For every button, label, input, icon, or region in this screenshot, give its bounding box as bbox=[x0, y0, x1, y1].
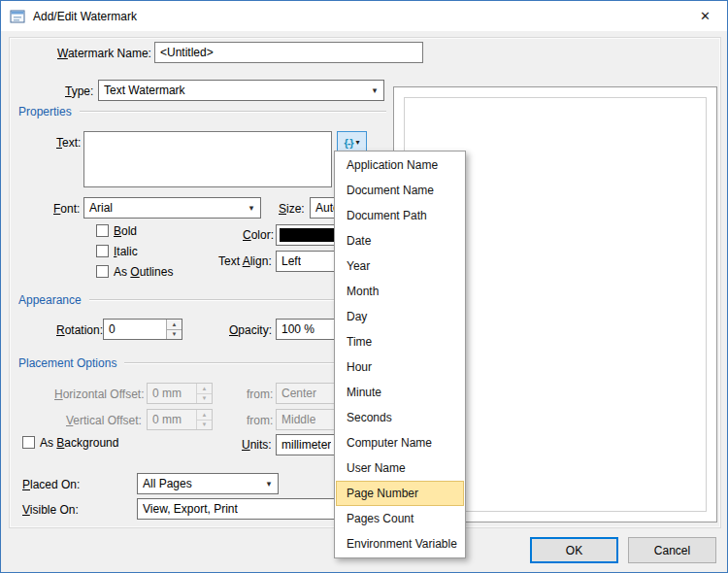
placed-on-select[interactable]: All Pages ▾ bbox=[137, 473, 279, 494]
spin-down-button: ▼ bbox=[197, 394, 212, 404]
size-label: Size: bbox=[279, 202, 305, 216]
horizontal-offset-value: 0 mm bbox=[148, 384, 196, 403]
menu-item-environment-variable[interactable]: Environment Variable bbox=[336, 531, 464, 556]
add-edit-watermark-dialog: Add/Edit Watermark ✕ Watermark Name: Typ… bbox=[0, 0, 728, 573]
chevron-down-icon: ▾ bbox=[261, 475, 277, 492]
close-icon[interactable]: ✕ bbox=[683, 1, 727, 31]
chevron-down-icon: ▾ bbox=[356, 138, 360, 147]
horizontal-offset-spinner: 0 mm ▲ ▼ bbox=[147, 383, 213, 404]
vertical-offset-label: Vertical Offset: bbox=[66, 414, 142, 427]
units-label: Units: bbox=[242, 438, 272, 452]
text-align-value: Left bbox=[281, 254, 301, 268]
menu-item-day[interactable]: Day bbox=[336, 304, 464, 329]
as-outlines-checkbox[interactable] bbox=[96, 265, 109, 278]
bold-checkbox[interactable] bbox=[96, 224, 109, 237]
visible-on-value: View, Export, Print bbox=[143, 502, 238, 516]
spin-down-button[interactable]: ▼ bbox=[167, 330, 182, 340]
properties-section-header: Properties bbox=[18, 105, 386, 118]
appearance-section-header: Appearance bbox=[18, 293, 386, 307]
opacity-label: Opacity: bbox=[229, 323, 272, 337]
window-title: Add/Edit Watermark bbox=[33, 10, 137, 23]
as-outlines-label: As Outlines bbox=[114, 265, 173, 279]
opacity-value: 100 % bbox=[281, 322, 314, 336]
properties-header-text: Properties bbox=[18, 105, 72, 118]
menu-item-document-name[interactable]: Document Name bbox=[336, 178, 464, 203]
placed-on-label: Placed On: bbox=[22, 478, 80, 491]
macro-braces-icon: {-} bbox=[344, 137, 352, 149]
from-horizontal-value: Center bbox=[281, 387, 316, 400]
placement-header-text: Placement Options bbox=[18, 356, 116, 370]
placed-on-value: All Pages bbox=[143, 477, 192, 490]
menu-item-year[interactable]: Year bbox=[336, 253, 464, 279]
spin-up-button: ▲ bbox=[197, 384, 212, 394]
chevron-down-icon: ▾ bbox=[367, 82, 382, 99]
placement-section-header: Placement Options bbox=[18, 356, 386, 370]
italic-checkbox[interactable] bbox=[96, 245, 109, 257]
section-rule bbox=[80, 111, 386, 113]
visible-on-label: Visible On: bbox=[22, 503, 79, 517]
as-background-label: As Background bbox=[40, 436, 118, 450]
from-vertical-value: Middle bbox=[281, 413, 315, 426]
menu-item-pages-count[interactable]: Pages Count bbox=[336, 506, 464, 531]
watermark-text-input[interactable] bbox=[83, 131, 332, 187]
italic-label: Italic bbox=[114, 245, 138, 258]
menu-item-page-number[interactable]: Page Number bbox=[336, 481, 464, 506]
rotation-input[interactable] bbox=[104, 320, 166, 339]
app-icon bbox=[10, 9, 25, 24]
vertical-offset-spinner: 0 mm ▲ ▼ bbox=[147, 409, 213, 430]
text-label: Text: bbox=[56, 136, 81, 150]
font-label: Font: bbox=[53, 202, 80, 216]
units-value: millimeter bbox=[281, 438, 331, 452]
spin-up-button[interactable]: ▲ bbox=[167, 320, 182, 330]
watermark-name-input[interactable] bbox=[154, 42, 423, 63]
titlebar: Add/Edit Watermark ✕ bbox=[1, 1, 727, 31]
menu-item-date[interactable]: Date bbox=[336, 228, 464, 253]
menu-item-hour[interactable]: Hour bbox=[336, 354, 464, 380]
menu-item-seconds[interactable]: Seconds bbox=[336, 405, 464, 430]
ok-button[interactable]: OK bbox=[530, 537, 618, 563]
menu-item-application-name[interactable]: Application Name bbox=[336, 152, 464, 178]
menu-item-month[interactable]: Month bbox=[336, 279, 464, 304]
macro-menu: Application NameDocument NameDocument Pa… bbox=[334, 151, 466, 558]
menu-item-document-path[interactable]: Document Path bbox=[336, 203, 464, 228]
horizontal-offset-label: Horizontal Offset: bbox=[54, 388, 145, 401]
rotation-spinner[interactable]: ▲ ▼ bbox=[103, 319, 182, 340]
menu-item-time[interactable]: Time bbox=[336, 329, 464, 354]
font-value: Arial bbox=[89, 201, 113, 215]
from-vertical-label: from: bbox=[247, 414, 273, 427]
vertical-offset-value: 0 mm bbox=[148, 410, 196, 429]
text-align-label: Text Align: bbox=[218, 254, 272, 268]
menu-item-minute[interactable]: Minute bbox=[336, 380, 464, 405]
type-value: Text Watermark bbox=[104, 84, 185, 97]
chevron-down-icon: ▾ bbox=[244, 199, 259, 217]
watermark-name-label: Watermark Name: bbox=[57, 47, 151, 60]
menu-item-computer-name[interactable]: Computer Name bbox=[336, 430, 464, 455]
bold-label: Bold bbox=[114, 224, 137, 238]
spin-up-button: ▲ bbox=[197, 410, 212, 421]
cancel-button[interactable]: Cancel bbox=[628, 537, 716, 563]
font-select[interactable]: Arial ▾ bbox=[83, 197, 261, 219]
appearance-header-text: Appearance bbox=[18, 293, 82, 307]
from-horizontal-label: from: bbox=[247, 388, 273, 401]
menu-item-user-name[interactable]: User Name bbox=[336, 455, 464, 481]
rotation-label: Rotation: bbox=[56, 323, 103, 337]
spin-down-button: ▼ bbox=[197, 421, 212, 430]
as-background-checkbox[interactable] bbox=[22, 436, 35, 449]
color-label: Color: bbox=[243, 228, 274, 242]
type-select[interactable]: Text Watermark ▾ bbox=[98, 80, 384, 101]
type-label: Type: bbox=[65, 84, 93, 98]
